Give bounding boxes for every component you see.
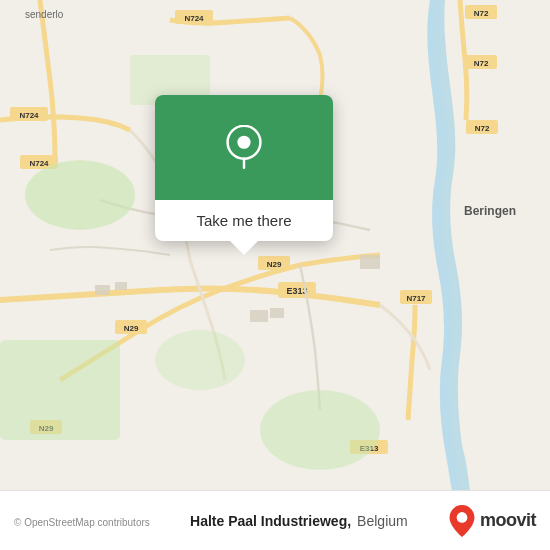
- location-name: Halte Paal Industrieweg,: [190, 513, 351, 529]
- svg-rect-32: [250, 310, 268, 322]
- location-country: Belgium: [357, 513, 408, 529]
- map-pin-icon: [221, 125, 267, 171]
- svg-text:senderlo: senderlo: [25, 9, 64, 20]
- attribution-text: © OpenStreetMap contributors: [14, 517, 150, 528]
- svg-text:N29: N29: [124, 324, 139, 333]
- map-view[interactable]: E313 N29 N29 N29 N724 N724 N724 N72 N72 …: [0, 0, 550, 490]
- svg-point-38: [237, 135, 250, 148]
- map-svg: E313 N29 N29 N29 N724 N724 N724 N72 N72 …: [0, 0, 550, 490]
- svg-text:N72: N72: [475, 124, 490, 133]
- svg-text:N724: N724: [29, 159, 49, 168]
- take-me-there-button[interactable]: Take me there: [155, 200, 333, 241]
- svg-text:N72: N72: [474, 59, 489, 68]
- svg-point-25: [25, 160, 135, 230]
- svg-rect-30: [95, 285, 110, 295]
- svg-point-28: [155, 330, 245, 390]
- svg-text:N29: N29: [267, 260, 282, 269]
- moovit-logo: moovit: [448, 505, 536, 537]
- svg-text:N72: N72: [474, 9, 489, 18]
- svg-point-27: [260, 390, 380, 470]
- svg-rect-26: [0, 340, 120, 440]
- svg-rect-33: [270, 308, 284, 318]
- bottom-bar: © OpenStreetMap contributors Halte Paal …: [0, 490, 550, 550]
- svg-rect-31: [115, 282, 127, 290]
- moovit-pin-icon: [448, 505, 476, 537]
- moovit-text: moovit: [480, 510, 536, 531]
- location-info: Halte Paal Industrieweg, Belgium: [190, 513, 408, 529]
- attribution: © OpenStreetMap contributors: [14, 512, 150, 530]
- popup-header: [155, 95, 333, 200]
- svg-point-39: [457, 512, 468, 523]
- svg-rect-34: [360, 255, 380, 269]
- svg-text:N717: N717: [406, 294, 426, 303]
- svg-text:Beringen: Beringen: [464, 204, 516, 218]
- location-popup: Take me there: [155, 95, 333, 241]
- svg-text:N724: N724: [19, 111, 39, 120]
- svg-text:N724: N724: [184, 14, 204, 23]
